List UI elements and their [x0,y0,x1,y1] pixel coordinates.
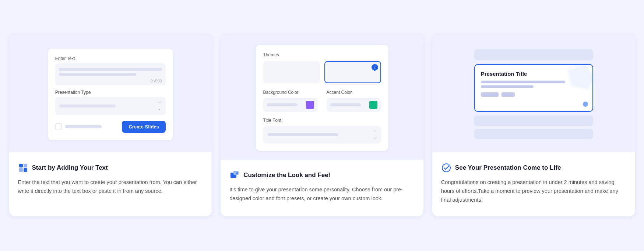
font-select[interactable]: ⌃⌄ [263,126,381,144]
card-1-title-row: Start by Adding Your Text [18,163,203,173]
accent-color-bar [330,103,361,106]
card-2: Themes ✓ Background Color [221,35,423,216]
create-slides-button[interactable]: Create Slides [122,121,165,133]
card-1-description: Enter the text that you want to create y… [18,178,203,196]
text-line-2 [59,73,136,76]
char-counter: 0 /500 [59,78,162,83]
font-bar [268,133,338,136]
slide-line-1 [481,81,566,83]
slide-small-row [481,92,587,97]
svg-rect-0 [19,164,23,167]
select-arrow-icon: ⌃⌄ [158,101,161,111]
step1-icon [18,163,28,173]
svg-rect-2 [19,168,23,172]
slide-top-bar [474,49,593,60]
svg-rect-1 [24,164,27,167]
presentation-type-label: Presentation Type [55,90,166,95]
form-bottom-row: Create Slides [55,121,166,133]
colors-row: Background Color Accent Color [263,90,381,112]
font-arrow-icon: ⌃⌄ [373,130,377,140]
step3-icon [441,163,451,173]
card-3-body: See Your Presentation Come to Life Congr… [432,152,635,216]
bg-color-label: Background Color [263,90,318,95]
accent-color-label: Accent Color [327,90,381,95]
card-2-preview: Themes ✓ Background Color [221,35,423,160]
checkbox-row [55,123,102,130]
card-2-title-row: Customize the Look and Feel [229,170,415,180]
slide-decorative-icon [567,64,593,91]
bg-color-group: Background Color [263,90,318,112]
card-1-body: Start by Adding Your Text Enter the text… [9,152,212,208]
slide-bottom-rows [474,116,593,139]
step2-icon [229,170,240,180]
title-font-label: Title Font [263,118,381,123]
slide-bottom-row-2 [474,129,593,139]
text-area-mock: 0 /500 [55,63,166,85]
enter-text-label: Enter Text [55,56,166,61]
presentation-type-select[interactable]: ⌃⌄ [55,97,166,115]
form-preview: Enter Text 0 /500 Presentation Type ⌃⌄ [48,49,173,140]
cards-container: Enter Text 0 /500 Presentation Type ⌃⌄ [9,35,635,216]
card-2-body: Customize the Look and Feel It's time to… [221,160,423,215]
slide-bottom-row-1 [474,116,593,126]
theme-box-2[interactable]: ✓ [324,61,381,83]
slide-main: Presentation Title [474,64,593,112]
bg-color-picker[interactable] [263,98,318,112]
accent-color-swatch [369,101,377,109]
accent-color-group: Accent Color [327,90,381,112]
slide-dot [583,102,588,107]
card-3-title-row: See Your Presentation Come to Life [441,163,626,173]
bg-color-swatch [306,101,314,109]
themes-label: Themes [263,52,381,57]
accent-color-picker[interactable] [327,98,381,112]
card-3-heading: See Your Presentation Come to Life [455,164,561,172]
theme-check-icon: ✓ [372,64,378,71]
card-1-heading: Start by Adding Your Text [32,164,108,172]
slide-small-block-1 [481,92,499,97]
slide-small-block-2 [502,92,515,97]
svg-point-9 [448,164,450,166]
themes-row: ✓ [263,61,381,83]
card-3-preview: Presentation Title [432,35,635,152]
font-section: Title Font ⌃⌄ [263,118,381,144]
themes-preview: Themes ✓ Background Color [256,45,388,151]
svg-rect-3 [24,168,27,172]
bg-color-bar [267,103,298,106]
card-1: Enter Text 0 /500 Presentation Type ⌃⌄ [9,35,212,216]
checkbox-label-bar [65,125,102,128]
checkbox-input[interactable] [55,123,62,130]
card-3-description: Congratulations on creating a presentati… [441,178,626,205]
card-3: Presentation Title [432,35,635,216]
card-1-preview: Enter Text 0 /500 Presentation Type ⌃⌄ [9,35,212,152]
theme-box-1[interactable] [263,61,320,83]
card-2-description: It's time to give your presentation some… [229,185,415,203]
slide-line-2 [481,85,534,88]
select-bar [60,105,116,107]
text-line-1 [59,68,162,71]
card-2-heading: Customize the Look and Feel [243,172,330,179]
pres-preview: Presentation Title [464,49,603,139]
